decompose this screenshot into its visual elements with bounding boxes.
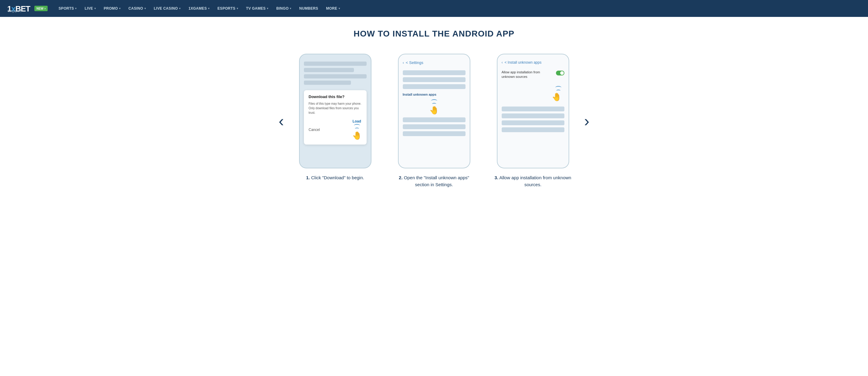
step-2: ‹ < Settings Install unknown apps bbox=[392, 54, 476, 188]
chevron-icon: ▾ bbox=[179, 7, 181, 10]
nav-sports[interactable]: SPORTS ▾ bbox=[55, 4, 80, 12]
download-dialog: Download this file? Files of this type m… bbox=[304, 90, 367, 145]
arc-icon bbox=[431, 99, 437, 102]
nav-live[interactable]: LIVE ▾ bbox=[81, 4, 99, 12]
settings-row bbox=[502, 113, 564, 118]
nav-live-casino[interactable]: LIVE CASINO ▾ bbox=[150, 4, 184, 12]
settings-row bbox=[403, 84, 466, 89]
back-arrow-icon: ‹ bbox=[502, 60, 503, 65]
ripple-arcs bbox=[354, 124, 360, 130]
ripple-arcs bbox=[431, 99, 437, 105]
step2-description: Open the "Install unknown apps" section … bbox=[404, 175, 469, 187]
step1-bars bbox=[304, 59, 367, 87]
new-badge[interactable]: NEW bbox=[34, 6, 48, 11]
ripple-arcs bbox=[555, 86, 561, 92]
nav-esports[interactable]: ESPORTS ▾ bbox=[214, 4, 242, 12]
step1-label: 1. Click "Download" to begin. bbox=[306, 174, 364, 181]
touch-area: 🤚 bbox=[502, 86, 564, 102]
dialog-body: Files of this type may harm your phone. … bbox=[309, 102, 362, 115]
settings-rows-below bbox=[403, 117, 466, 136]
carousel: ‹ Download this file? Files of this type… bbox=[6, 54, 862, 188]
load-button[interactable]: Load 🤚 bbox=[352, 119, 362, 140]
bar bbox=[304, 81, 351, 85]
settings-rows bbox=[403, 70, 466, 89]
arc-icon bbox=[432, 103, 436, 105]
settings-row bbox=[403, 117, 466, 122]
install-unknown-label: Install unknown apps bbox=[403, 93, 437, 96]
nav-1xgames[interactable]: 1XGAMES ▾ bbox=[185, 4, 213, 12]
arc-icon bbox=[354, 124, 360, 127]
chevron-icon: ▾ bbox=[267, 7, 268, 10]
step2-phone-mockup: ‹ < Settings Install unknown apps bbox=[398, 54, 470, 168]
touch-icon: 🤚 bbox=[352, 131, 362, 140]
allow-text: Allow app installation from unknown sour… bbox=[502, 70, 553, 79]
chevron-icon: ▾ bbox=[94, 7, 96, 10]
step3-phone-mockup: ‹ < Install unknown apps Allow app insta… bbox=[497, 54, 569, 168]
touch-area: 🤚 bbox=[403, 99, 466, 115]
page-title: HOW TO INSTALL THE ANDROID APP bbox=[6, 29, 862, 39]
settings-row bbox=[403, 131, 466, 136]
arc-icon bbox=[555, 86, 561, 89]
steps-container: Download this file? Files of this type m… bbox=[293, 54, 575, 188]
settings-row bbox=[403, 70, 466, 75]
settings-header: ‹ < Settings bbox=[403, 59, 466, 68]
step1-number: 1. bbox=[306, 175, 310, 180]
main-content: HOW TO INSTALL THE ANDROID APP ‹ Downloa… bbox=[0, 17, 868, 206]
nav-more[interactable]: MORE ▾ bbox=[322, 4, 344, 12]
settings-row bbox=[502, 127, 564, 132]
back-arrow-icon: ‹ bbox=[403, 60, 404, 65]
chevron-icon: ▾ bbox=[145, 7, 146, 10]
chevron-icon: ▾ bbox=[339, 7, 340, 10]
settings-row bbox=[403, 77, 466, 82]
chevron-icon: ▾ bbox=[119, 7, 121, 10]
step2-number: 2. bbox=[399, 175, 403, 180]
chevron-icon: ▾ bbox=[237, 7, 238, 10]
step2-label: 2. Open the "Install unknown apps" secti… bbox=[395, 174, 473, 188]
touch-icon: 🤚 bbox=[429, 106, 439, 115]
cancel-button[interactable]: Cancel bbox=[309, 128, 320, 132]
s3-rows bbox=[502, 107, 564, 132]
step3-label: 3. Allow app installation from unknown s… bbox=[494, 174, 572, 188]
step1-phone-mockup: Download this file? Files of this type m… bbox=[299, 54, 371, 168]
bar bbox=[304, 68, 354, 72]
install-unknown-row: Install unknown apps bbox=[403, 93, 466, 96]
chevron-icon: ▾ bbox=[290, 7, 291, 10]
nav-casino[interactable]: CASINO ▾ bbox=[125, 4, 150, 12]
chevron-icon: ▾ bbox=[208, 7, 210, 10]
arc-icon bbox=[355, 128, 359, 130]
nav-numbers[interactable]: NUMBERS bbox=[296, 4, 322, 12]
step3-description: Allow app installation from unknown sour… bbox=[499, 175, 571, 187]
allow-row: Allow app installation from unknown sour… bbox=[502, 70, 564, 79]
nav-promo[interactable]: PROMO ▾ bbox=[100, 4, 124, 12]
logo-area: 1xBET Singapore NEW bbox=[7, 4, 48, 13]
dialog-title: Download this file? bbox=[309, 94, 362, 99]
carousel-next-button[interactable]: › bbox=[575, 113, 598, 129]
settings-row bbox=[403, 124, 466, 129]
nav-bingo[interactable]: BINGO ▾ bbox=[273, 4, 295, 12]
nav-tv-games[interactable]: TV GAMES ▾ bbox=[242, 4, 272, 12]
step-1: Download this file? Files of this type m… bbox=[293, 54, 377, 181]
bar bbox=[304, 74, 367, 79]
step3-header: ‹ < Install unknown apps bbox=[502, 59, 564, 67]
step3-number: 3. bbox=[494, 175, 498, 180]
settings-row bbox=[502, 107, 564, 111]
step-3: ‹ < Install unknown apps Allow app insta… bbox=[491, 54, 575, 188]
step1-description: Click "Download" to begin. bbox=[311, 175, 364, 180]
dialog-buttons: Cancel Load 🤚 bbox=[309, 119, 362, 140]
touch-icon: 🤚 bbox=[552, 92, 561, 102]
chevron-icon: ▾ bbox=[75, 7, 76, 10]
main-nav: SPORTS ▾ LIVE ▾ PROMO ▾ CASINO ▾ LIVE CA… bbox=[55, 4, 861, 12]
settings-row bbox=[502, 120, 564, 125]
bar bbox=[304, 62, 367, 66]
carousel-prev-button[interactable]: ‹ bbox=[270, 113, 293, 129]
toggle-switch[interactable] bbox=[556, 70, 564, 76]
site-header: 1xBET Singapore NEW SPORTS ▾ LIVE ▾ PROM… bbox=[0, 0, 868, 17]
arc-icon bbox=[556, 90, 560, 92]
